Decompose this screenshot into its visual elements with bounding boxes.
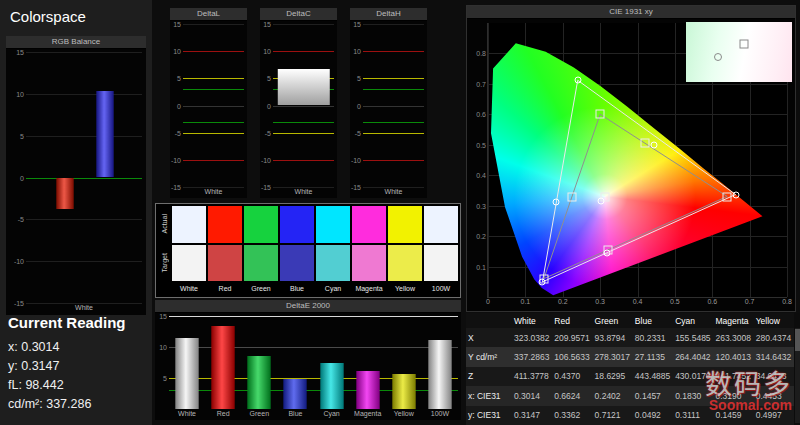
watermark-site: Soomal.com: [705, 397, 792, 413]
cie-target-marker-green: [596, 110, 605, 119]
swatch-target-100w: [424, 245, 458, 282]
y-tick-label: 10: [353, 48, 363, 55]
deltae-bar-cyan: [320, 363, 343, 409]
reading-line: cd/m²: 337.286: [8, 395, 150, 414]
table-cell: 337.2863: [512, 347, 552, 366]
y-tick-label: -10: [14, 258, 26, 265]
x-tick-label: 0.7: [745, 298, 755, 305]
reference-line: [183, 51, 244, 52]
reference-line: [183, 89, 244, 90]
table-col-header: Blue: [633, 313, 673, 328]
reference-line: [273, 133, 334, 134]
table-cell: 0.0492: [633, 406, 673, 425]
table-scrollbar-thumb[interactable]: [795, 329, 800, 351]
table-cell: 0.7121: [593, 406, 633, 425]
delta-2-plot: 151050-5-10-15White: [363, 24, 424, 187]
x-category-label: Blue: [288, 410, 302, 417]
x-category-label: Green: [250, 410, 269, 417]
cie-measured-marker-red: [732, 191, 739, 198]
table-cell: 0.1457: [633, 386, 673, 405]
swatch-actual-yellow: [388, 206, 422, 243]
y-tick-label: 0.1: [476, 263, 488, 270]
table-cell: 0.4370: [552, 367, 592, 386]
swatch-actual-blue: [280, 206, 314, 243]
swatch-column-label: Magenta: [352, 283, 386, 295]
y-tick-label: -15: [14, 300, 26, 307]
table-cell: 263.3008: [713, 328, 753, 347]
delta-0-plot: 151050-5-10-15White: [183, 24, 244, 187]
y-tick-label: -5: [18, 216, 26, 223]
y-tick-label: 5: [267, 75, 273, 82]
swatch-corner: [158, 283, 170, 295]
table-row-label: X: [466, 328, 512, 347]
table-col-header: Cyan: [673, 313, 713, 328]
swatch-column-label: Cyan: [316, 283, 350, 295]
x-category-label: White: [75, 304, 93, 311]
y-tick-label: 15: [173, 21, 183, 28]
y-tick-label: 5: [357, 75, 363, 82]
x-tick-label: 0.2: [558, 298, 568, 305]
table-cell: 18.6295: [593, 367, 633, 386]
cie-measured-marker-white: [597, 198, 604, 205]
x-category-label: White: [205, 188, 223, 195]
reference-line: [183, 133, 244, 134]
cie-measured-triangle: [542, 80, 735, 282]
swatch-column-label: 100W: [424, 283, 458, 295]
table-cell: 0.6624: [552, 386, 592, 405]
y-tick-label: -10: [171, 156, 183, 163]
table-cell: 411.3778: [512, 367, 552, 386]
table-cell: 209.9571: [552, 328, 592, 347]
table-col-header: Red: [552, 313, 592, 328]
y-tick-label: 15: [263, 21, 273, 28]
gridline: [26, 136, 142, 137]
gridline: [26, 261, 142, 262]
delta-chart-title: DeltaL: [170, 8, 247, 21]
swatch-row-label-actual: Actual: [158, 206, 170, 243]
cie-target-marker-red: [723, 192, 732, 201]
reference-line: [273, 122, 334, 123]
reading-value: 337.286: [46, 397, 91, 411]
y-tick-label: 0.7: [476, 80, 488, 87]
table-scrollbar[interactable]: [795, 328, 800, 423]
table-cell: 314.6432: [754, 347, 794, 366]
gridline: [26, 219, 142, 220]
reference-line: [273, 51, 334, 52]
y-tick-label: -15: [171, 184, 183, 191]
delta-chart-body: 151050-5-10-15White: [260, 21, 337, 198]
reading-label: fL:: [8, 378, 25, 392]
swatch-column-label: Blue: [280, 283, 314, 295]
cie-chart: CIE 1931 xy 00.10.20.30.40.50.60.70.80.1…: [466, 5, 796, 312]
table-cell: 80.2331: [633, 328, 673, 347]
y-tick-label: 0.8: [476, 50, 488, 57]
reference-line: [363, 122, 424, 123]
deltae-body: 15105WhiteRedGreenBlueCyanMagentaYellow1…: [155, 313, 461, 420]
swatch-actual-white: [172, 206, 206, 243]
y-tick-label: -5: [265, 129, 273, 136]
reference-line: [363, 160, 424, 161]
cie-title: CIE 1931 xy: [467, 6, 795, 19]
cie-target-marker-cyan: [568, 192, 577, 201]
swatch-actual-100w: [424, 206, 458, 243]
y-tick-label: -15: [351, 184, 363, 191]
swatch-column-label: Yellow: [388, 283, 422, 295]
x-tick-label: 0.3: [595, 298, 605, 305]
table-cell: 120.4013: [713, 347, 753, 366]
delta-chart-deltac: DeltaC151050-5-10-15White: [260, 8, 337, 198]
y-tick-label: 5: [177, 75, 183, 82]
delta-chart-title: DeltaH: [350, 8, 427, 21]
deltae-chart: DeltaE 2000 15105WhiteRedGreenBlueCyanMa…: [155, 300, 461, 420]
delta-chart-deltah: DeltaH151050-5-10-15White: [350, 8, 427, 198]
x-category-label: Cyan: [323, 410, 339, 417]
rgb-balance-bar-red: [57, 178, 74, 210]
x-tick-label: 0.4: [633, 298, 643, 305]
swatch-target-blue: [280, 245, 314, 282]
table-col-header: White: [512, 313, 552, 328]
table-cell: 0.3014: [512, 386, 552, 405]
table-cell: 106.5633: [552, 347, 592, 366]
watermark: 数码多 Soomal.com: [705, 371, 792, 413]
x-tick-label: 0: [486, 298, 490, 305]
current-reading-panel: Current Reading x: 0.3014y: 0.3147fL: 98…: [8, 314, 150, 414]
gridline: [26, 94, 142, 95]
table-cell: 280.4374: [754, 328, 794, 347]
table-row-label: x: CIE31: [466, 386, 512, 405]
